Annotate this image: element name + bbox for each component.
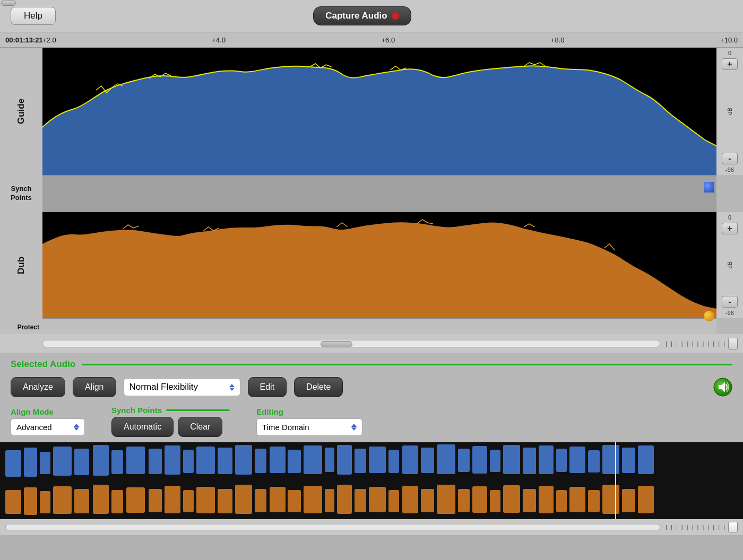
align-chevron-down-icon <box>74 427 79 431</box>
editing-chevron-down-icon <box>351 427 357 431</box>
analyze-button[interactable]: Analyze <box>11 377 65 397</box>
track-labels: Guide SynchPoints Dub Protect <box>0 48 42 334</box>
svg-rect-76 <box>569 487 585 512</box>
svg-rect-63 <box>355 489 366 512</box>
svg-rect-18 <box>235 445 252 475</box>
guide-db-minus-button[interactable]: - <box>722 153 738 164</box>
zoom-control: | | | | | | | | | | | | <box>666 338 738 349</box>
svg-rect-11 <box>111 450 123 474</box>
zoom-thumb[interactable] <box>728 338 738 349</box>
svg-rect-32 <box>472 446 487 474</box>
svg-rect-80 <box>638 486 654 513</box>
svg-rect-65 <box>388 490 399 512</box>
guide-db-plus-button[interactable]: + <box>722 58 738 70</box>
svg-rect-27 <box>388 450 399 473</box>
timeline-ruler: 00:01:13:21 +2.0 +4.0 +6.0 +8.0 +10.0 <box>0 32 743 48</box>
dub-db-minus-button[interactable]: - <box>722 296 738 308</box>
synch-points-bar[interactable] <box>42 175 716 212</box>
svg-rect-71 <box>490 490 500 512</box>
waveform-section: Guide SynchPoints Dub Protect <box>0 48 743 334</box>
guide-db-label: dB <box>727 108 733 115</box>
bottom-waveform-svg <box>0 442 743 519</box>
svg-rect-21 <box>288 450 301 473</box>
chevron-up-icon <box>229 384 235 387</box>
editing-value: Time Domain <box>262 423 309 432</box>
capture-audio-button[interactable]: Capture Audio <box>313 6 411 25</box>
dub-db-top: 0 <box>728 214 731 221</box>
bottom-waveform-section[interactable] <box>0 442 743 519</box>
svg-rect-38 <box>569 447 585 473</box>
selected-audio-line <box>82 364 732 365</box>
svg-rect-64 <box>369 487 386 512</box>
svg-rect-68 <box>437 485 455 514</box>
edit-button[interactable]: Edit <box>248 377 287 397</box>
protect-bar <box>42 318 716 334</box>
synch-points-line <box>166 409 230 411</box>
svg-rect-78 <box>602 485 619 514</box>
svg-rect-23 <box>325 448 334 472</box>
help-button[interactable]: Help <box>11 7 56 25</box>
zoom-marks: | | | | | | | | | | | | <box>666 340 726 347</box>
svg-rect-69 <box>458 489 470 512</box>
bottom-zoom-thumb[interactable] <box>728 522 738 532</box>
svg-rect-40 <box>602 445 619 474</box>
bottom-scrollbar-track[interactable] <box>5 524 660 530</box>
guide-synch-handle[interactable] <box>704 182 714 192</box>
svg-rect-48 <box>93 485 109 514</box>
svg-rect-33 <box>490 450 500 472</box>
svg-rect-29 <box>421 448 434 473</box>
svg-rect-45 <box>40 491 50 513</box>
editing-group: Editing Time Domain <box>256 407 362 436</box>
automatic-button[interactable]: Automatic <box>111 417 174 437</box>
svg-rect-56 <box>235 485 252 514</box>
editing-chevron-up-icon <box>351 424 357 427</box>
dub-db-plus-button[interactable]: + <box>722 223 738 234</box>
svg-rect-20 <box>270 447 286 473</box>
main-controls-row: Analyze Align Normal Flexibility Edit De… <box>11 377 732 397</box>
svg-rect-36 <box>539 445 554 474</box>
bottom-scroll-left-thumb[interactable] <box>1 1 16 6</box>
svg-rect-5 <box>5 450 21 477</box>
main-scrollbar-track[interactable] <box>42 340 660 347</box>
ruler-mark-3: +6.0 <box>382 36 395 44</box>
align-mode-group: Align Mode Advanced <box>11 407 85 436</box>
capture-audio-label: Capture Audio <box>325 11 387 21</box>
align-mode-label: Align Mode <box>11 407 85 416</box>
chevron-down-icon <box>229 388 235 391</box>
align-button[interactable]: Align <box>73 377 116 397</box>
svg-rect-34 <box>503 445 520 474</box>
dub-track-label: Dub <box>0 212 42 318</box>
editing-dropdown[interactable]: Time Domain <box>256 418 362 436</box>
align-mode-dropdown[interactable]: Advanced <box>11 418 85 436</box>
svg-rect-61 <box>325 489 334 512</box>
ruler-marks: +2.0 +4.0 +6.0 +8.0 +10.0 <box>42 36 738 44</box>
svg-rect-59 <box>288 490 301 512</box>
clear-button[interactable]: Clear <box>178 417 222 437</box>
svg-rect-9 <box>74 449 89 475</box>
svg-rect-53 <box>183 490 194 512</box>
speaker-icon[interactable] <box>713 378 732 397</box>
svg-rect-24 <box>337 445 352 475</box>
svg-rect-44 <box>24 487 37 515</box>
guide-db-top: 0 <box>728 50 731 56</box>
svg-rect-51 <box>149 489 162 512</box>
guide-track[interactable] <box>42 48 716 175</box>
dub-synch-handle[interactable] <box>704 311 714 321</box>
top-bar: Help Capture Audio <box>0 0 743 32</box>
flexibility-chevrons <box>229 384 235 391</box>
svg-rect-74 <box>539 486 554 513</box>
ruler-mark-1: +2.0 <box>42 36 56 44</box>
synch-points-group: Synch Points Automatic Clear <box>111 406 230 437</box>
svg-rect-17 <box>218 448 232 474</box>
dub-track[interactable] <box>42 212 716 318</box>
delete-button[interactable]: Delete <box>294 377 343 397</box>
svg-rect-67 <box>421 489 434 512</box>
tracks-container <box>42 48 716 334</box>
svg-rect-15 <box>183 450 194 473</box>
svg-rect-79 <box>622 489 635 512</box>
timecode-display: 00:01:13:21 <box>5 36 43 44</box>
svg-rect-66 <box>402 486 418 513</box>
main-scrollbar-thumb[interactable] <box>321 341 352 347</box>
synch-points-track-label: SynchPoints <box>0 175 42 212</box>
flexibility-dropdown[interactable]: Normal Flexibility <box>124 378 240 396</box>
